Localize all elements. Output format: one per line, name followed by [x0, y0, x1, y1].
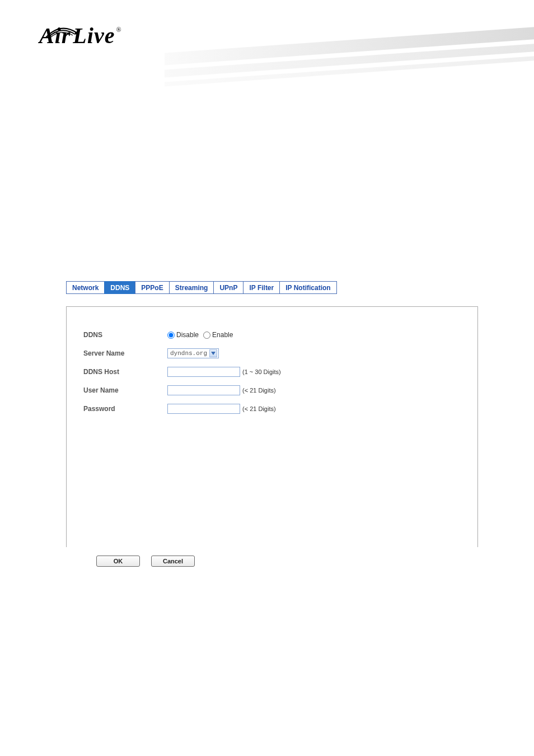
chevron-down-icon	[209, 349, 217, 357]
ok-button[interactable]: OK	[96, 556, 140, 567]
ddns-host-label: DDNS Host	[83, 368, 167, 376]
password-label: Password	[83, 405, 167, 413]
ddns-host-input[interactable]	[167, 367, 240, 377]
tab-upnp[interactable]: UPnP	[213, 281, 243, 294]
brand-logo: AirLive®	[39, 22, 121, 49]
tab-ipnotification[interactable]: IP Notification	[279, 281, 336, 294]
radio-disable-input[interactable]	[167, 332, 175, 339]
logo-arc-icon	[45, 18, 78, 31]
ddns-host-hint: (1 ~ 30 Digits)	[242, 368, 281, 375]
server-name-label: Server Name	[83, 349, 167, 357]
radio-disable-label: Disable	[176, 331, 199, 339]
svg-marker-1	[211, 352, 216, 355]
password-hint: (< 21 Digits)	[242, 405, 276, 412]
tab-pppoe[interactable]: PPPoE	[135, 281, 169, 294]
tab-label: PPPoE	[141, 284, 163, 292]
tab-label: Streaming	[175, 284, 208, 292]
logo-reg: ®	[116, 26, 121, 34]
tab-ipfilter[interactable]: IP Filter	[243, 281, 280, 294]
tab-label: DDNS	[110, 284, 129, 292]
radio-enable-input[interactable]	[203, 332, 210, 339]
header-decor	[187, 39, 534, 84]
ddns-label: DDNS	[83, 331, 167, 339]
ddns-enable-radio[interactable]: Enable	[203, 331, 233, 339]
server-name-select[interactable]: dyndns.org	[167, 348, 219, 358]
tab-label: IP Filter	[249, 284, 274, 292]
tab-bar: Network DDNS PPPoE Streaming UPnP IP Fil…	[66, 281, 478, 294]
select-value: dyndns.org	[170, 350, 207, 357]
tab-ddns[interactable]: DDNS	[104, 281, 135, 294]
ok-button-label: OK	[114, 558, 123, 564]
tab-label: IP Notification	[285, 284, 330, 292]
user-name-input[interactable]	[167, 385, 240, 395]
settings-panel: DDNS Disable Enable Server Name dyndns.o…	[66, 306, 478, 547]
cancel-button[interactable]: Cancel	[151, 556, 195, 567]
user-name-label: User Name	[83, 386, 167, 394]
tab-network[interactable]: Network	[66, 281, 105, 294]
tab-streaming[interactable]: Streaming	[169, 281, 214, 294]
password-input[interactable]	[167, 404, 240, 414]
tab-label: UPnP	[219, 284, 237, 292]
user-name-hint: (< 21 Digits)	[242, 387, 276, 394]
cancel-button-label: Cancel	[163, 558, 183, 564]
radio-enable-label: Enable	[212, 331, 233, 339]
ddns-disable-radio[interactable]: Disable	[167, 331, 199, 339]
logo-text-b: Live	[73, 23, 115, 48]
tab-label: Network	[72, 284, 99, 292]
